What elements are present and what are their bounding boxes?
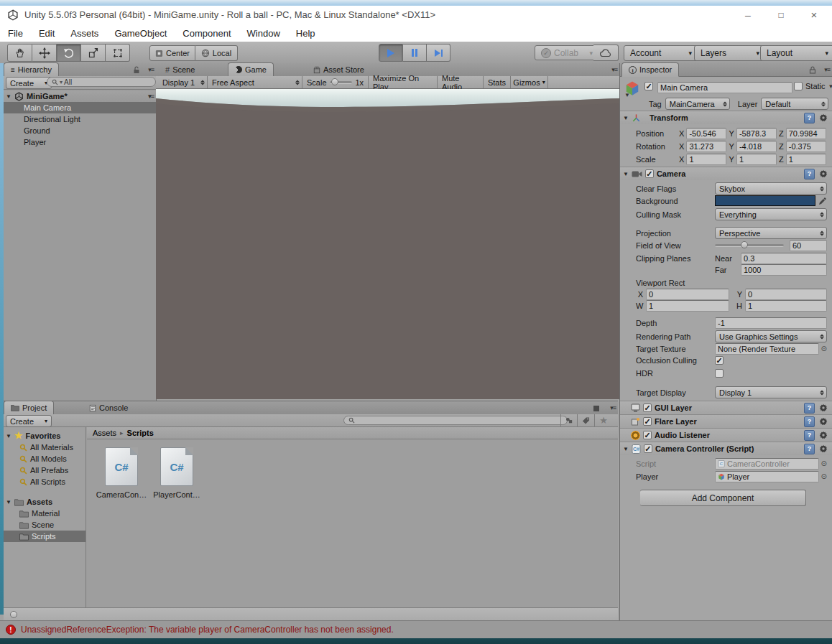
help-icon[interactable]: ? — [804, 416, 815, 427]
tab-asset-store[interactable]: Asset Store — [307, 63, 371, 76]
menu-window[interactable]: Window — [239, 28, 288, 39]
favorites-all-scripts[interactable]: All Scripts — [4, 476, 85, 487]
script-field[interactable]: C CameraController — [715, 458, 819, 470]
help-icon[interactable]: ? — [804, 444, 815, 454]
folder-scripts[interactable]: Scripts — [4, 531, 85, 542]
fov-field[interactable]: 60 — [790, 240, 827, 251]
inspector-menu-icon[interactable]: ▾≡ — [824, 66, 830, 73]
hierarchy-menu-icon[interactable]: ▾≡ — [148, 66, 154, 73]
far-field[interactable]: 1000 — [741, 264, 827, 276]
rendering-path-dropdown[interactable]: Use Graphics Settings — [715, 330, 827, 342]
static-dropdown-icon[interactable]: ▼ — [828, 83, 832, 90]
hierarchy-create-button[interactable]: Create ▾ — [6, 77, 52, 89]
aspect-dropdown[interactable]: Free Aspect — [208, 76, 302, 88]
expander-icon[interactable]: ▼ — [6, 499, 11, 505]
scale-slider[interactable] — [330, 81, 353, 84]
scene-row[interactable]: ▼ MiniGame* ▾≡ — [4, 90, 156, 102]
background-color-swatch[interactable] — [715, 195, 815, 206]
camera-controller-checkbox[interactable]: ✓ — [644, 444, 652, 453]
flare-layer-header[interactable]: ✓ Flare Layer ? — [620, 414, 832, 428]
expander-icon[interactable]: ▼ — [623, 446, 629, 452]
assets-root[interactable]: ▼ Assets — [4, 496, 85, 508]
pivot-center-button[interactable]: Center — [149, 45, 195, 61]
favorites-all-materials[interactable]: All Materials — [4, 442, 85, 453]
viewport-w-field[interactable]: 1 — [646, 300, 729, 312]
rotation-y-field[interactable]: -4.018 — [736, 141, 777, 152]
hierarchy-item-player[interactable]: Player — [4, 136, 156, 148]
minimize-button[interactable]: – — [731, 6, 764, 24]
audio-listener-checkbox[interactable]: ✓ — [643, 431, 652, 439]
hand-tool-button[interactable] — [7, 44, 32, 62]
menu-file[interactable]: File — [0, 28, 31, 39]
scene-expander-icon[interactable]: ▼ — [6, 93, 11, 100]
position-y-field[interactable]: -5878.3 — [736, 128, 777, 139]
asset-player-controller[interactable]: C# PlayerCont… — [151, 447, 203, 499]
breadcrumb-assets[interactable]: Assets — [93, 429, 116, 437]
scale-z-field[interactable]: 1 — [786, 154, 826, 165]
hdr-checkbox[interactable] — [715, 369, 724, 378]
tab-game[interactable]: Game — [228, 62, 274, 77]
game-menu-icon[interactable]: ▾≡ — [611, 66, 617, 73]
favorites-root[interactable]: ▼ ★ Favorites — [4, 430, 85, 442]
pivot-local-button[interactable]: Local — [195, 45, 238, 61]
hierarchy-item-directional-light[interactable]: Directional Light — [4, 113, 156, 125]
scale-tool-button[interactable] — [81, 44, 106, 62]
help-icon[interactable]: ? — [804, 430, 815, 441]
lock-icon[interactable] — [593, 406, 599, 411]
gui-layer-checkbox[interactable]: ✓ — [643, 403, 652, 412]
search-by-type-icon[interactable] — [560, 414, 578, 426]
layer-dropdown[interactable]: Default — [761, 98, 828, 110]
project-search-input[interactable] — [343, 416, 568, 425]
rect-tool-button[interactable] — [106, 44, 130, 62]
close-button[interactable]: × — [798, 6, 831, 24]
maximize-on-play-button[interactable]: Maximize On Play — [369, 76, 438, 88]
maximize-button[interactable]: □ — [764, 6, 798, 24]
status-bar[interactable]: ! UnassignedReferenceException: The vari… — [0, 620, 832, 638]
gizmos-dropdown[interactable]: Gizmos ▾ — [511, 76, 548, 88]
gameobject-expander-icon[interactable]: ▼ — [624, 92, 630, 98]
camera-enabled-checkbox[interactable]: ✓ — [645, 169, 654, 178]
object-picker-icon[interactable]: ⊙ — [821, 460, 827, 467]
menu-gameobject[interactable]: GameObject — [106, 28, 175, 39]
position-x-field[interactable]: -50.546 — [686, 128, 726, 139]
move-tool-button[interactable] — [32, 44, 57, 62]
gui-layer-header[interactable]: ✓ GUI Layer ? — [620, 401, 832, 414]
gear-icon[interactable] — [819, 403, 828, 412]
gear-icon[interactable] — [819, 113, 828, 122]
camera-header[interactable]: ▼ ✓ Camera ? — [620, 167, 832, 180]
target-texture-field[interactable]: None (Render Texture — [715, 343, 819, 355]
scene-menu-icon[interactable]: ▾≡ — [148, 93, 154, 100]
fov-knob[interactable] — [741, 241, 748, 248]
projection-dropdown[interactable]: Perspective — [715, 227, 827, 239]
menu-assets[interactable]: Assets — [63, 28, 106, 39]
tab-scene[interactable]: # Scene — [159, 63, 201, 76]
project-menu-icon[interactable]: ▾≡ — [610, 404, 616, 411]
pause-button[interactable] — [403, 44, 427, 62]
static-checkbox[interactable] — [794, 82, 803, 90]
stats-button[interactable]: Stats — [484, 76, 511, 88]
cloud-button[interactable] — [593, 45, 619, 61]
gear-icon[interactable] — [819, 169, 828, 178]
step-button[interactable] — [427, 44, 450, 62]
object-picker-icon[interactable]: ⊙ — [821, 473, 827, 480]
search-by-label-icon[interactable] — [578, 414, 595, 426]
tag-dropdown[interactable]: MainCamera — [665, 98, 730, 110]
menu-help[interactable]: Help — [288, 28, 323, 39]
gameobject-name-field[interactable]: Main Camera — [657, 82, 792, 93]
expander-icon[interactable]: ▼ — [6, 433, 11, 439]
object-picker-icon[interactable]: ⊙ — [821, 345, 827, 353]
flare-layer-checkbox[interactable]: ✓ — [643, 417, 652, 426]
gear-icon[interactable] — [819, 431, 828, 439]
tab-inspector[interactable]: i Inspector — [621, 62, 679, 77]
occlusion-checkbox[interactable]: ✓ — [715, 356, 724, 365]
scale-knob[interactable] — [331, 78, 338, 85]
favorites-all-models[interactable]: All Models — [4, 453, 85, 465]
fov-slider[interactable] — [715, 244, 784, 247]
gear-icon[interactable] — [819, 444, 828, 453]
tab-hierarchy[interactable]: ≡ Hierarchy — [4, 62, 59, 77]
project-create-button[interactable]: Create ▾ — [6, 415, 52, 427]
menu-component[interactable]: Component — [175, 28, 239, 39]
rotate-tool-button[interactable] — [57, 44, 81, 62]
folder-material[interactable]: Material — [4, 508, 85, 519]
hierarchy-item-main-camera[interactable]: Main Camera — [4, 102, 156, 113]
